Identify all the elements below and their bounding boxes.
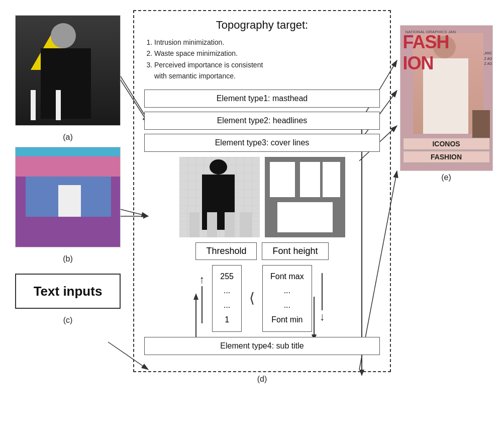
figure-leg-space4 bbox=[240, 212, 252, 237]
dashed-box: Topography target: Intrusion minimizatio… bbox=[133, 10, 391, 372]
text-inputs-box: Text inputs bbox=[15, 274, 121, 309]
font-values-box: Font max ... ... Font min bbox=[262, 265, 312, 332]
up-arrow-line bbox=[201, 286, 203, 323]
threshold-val-2: ... bbox=[220, 298, 234, 313]
figure-head bbox=[210, 159, 227, 175]
element-type2-label: Element type2: headlines bbox=[217, 116, 308, 125]
element-type1-box: Element type1: masthead bbox=[144, 90, 380, 108]
topo-item-1: Intrusion minimization. bbox=[154, 37, 380, 48]
font-val-max: Font max bbox=[270, 270, 304, 284]
element-type4-label: Element type4: sub title bbox=[220, 341, 304, 350]
element-type4-box: Element type4: sub title bbox=[144, 337, 380, 355]
fashion-image: NATIONAL GRAPHICS JAN FASHION SANDRA BLA… bbox=[400, 25, 493, 171]
threshold-val-255: 255 bbox=[220, 270, 234, 284]
topography-title: Topography target: bbox=[144, 19, 380, 32]
left-column: (a) (b) Text inputs (c) bbox=[8, 10, 128, 384]
threshold-label-box: Threshold bbox=[195, 242, 257, 260]
image-a-face bbox=[51, 23, 76, 48]
font-val-2: ... bbox=[270, 298, 304, 313]
threshold-figure bbox=[179, 157, 260, 237]
up-arrow-container: ↑ bbox=[199, 273, 205, 323]
font-val-1: ... bbox=[270, 284, 304, 298]
white-block-1 bbox=[270, 162, 295, 197]
image-b-pink-bar bbox=[16, 156, 120, 177]
threshold-values-box: 255 ... ... 1 bbox=[212, 265, 242, 332]
threshold-val-1: ... bbox=[220, 284, 234, 298]
font-height-label-box: Font height bbox=[262, 242, 328, 260]
threshold-figure-container bbox=[179, 157, 260, 237]
fashion-subtitle2: FASHION bbox=[403, 151, 490, 163]
element-type3-box: Element type3: cover lines bbox=[144, 134, 380, 152]
figure-leg-space3 bbox=[225, 212, 235, 237]
fashion-big-title: FASHION bbox=[403, 32, 449, 74]
center-column: Topography target: Intrusion minimizatio… bbox=[128, 10, 396, 384]
fashion-bottom-text: ICONOS FASHION bbox=[403, 138, 490, 163]
chair-leg-left bbox=[31, 90, 36, 120]
fashion-chair bbox=[472, 110, 490, 138]
image-b-center-white bbox=[58, 185, 81, 220]
figure-leg-space bbox=[189, 212, 199, 237]
down-arrow-line bbox=[322, 273, 323, 310]
label-e: (e) bbox=[441, 173, 451, 182]
font-height-figure bbox=[265, 157, 345, 237]
element-type2-box: Element type2: headlines bbox=[144, 112, 380, 130]
topo-item-2: Waste space minimization. bbox=[154, 48, 380, 59]
topo-item-3-text: Perceived importance is consistentwith s… bbox=[154, 61, 263, 80]
text-inputs-label: Text inputs bbox=[34, 284, 103, 299]
image-b bbox=[15, 147, 121, 247]
image-a-body bbox=[41, 48, 91, 119]
image-a bbox=[15, 15, 121, 126]
down-arrow-icon: ↓ bbox=[320, 310, 325, 323]
fashion-iconos: ICONOS bbox=[403, 138, 490, 150]
label-b: (b) bbox=[63, 254, 73, 264]
topography-list: Intrusion minimization. Waste space mini… bbox=[144, 37, 380, 82]
element-type1-label: Element type1: masthead bbox=[217, 94, 308, 103]
up-arrow-icon: ↑ bbox=[199, 273, 205, 286]
inner-images-row bbox=[144, 157, 380, 237]
values-row: ↑ 255 ... ... 1 ⟨ Font max ... ... bbox=[144, 265, 380, 332]
labels-row: Threshold Font height bbox=[144, 242, 380, 260]
bracket-arrow: ⟨ bbox=[249, 291, 255, 305]
topo-item-3: Perceived importance is consistentwith s… bbox=[154, 59, 380, 82]
white-block-2 bbox=[300, 162, 320, 197]
chair-leg-right bbox=[56, 90, 61, 120]
down-arrow-container: ↓ bbox=[320, 273, 325, 323]
right-column: NATIONAL GRAPHICS JAN FASHION SANDRA BLA… bbox=[396, 10, 496, 384]
font-height-label: Font height bbox=[272, 246, 318, 256]
label-a: (a) bbox=[63, 133, 73, 142]
image-b-purple-bot bbox=[16, 217, 120, 247]
figure-leg-space2 bbox=[207, 212, 217, 237]
threshold-val-3: 1 bbox=[220, 313, 234, 327]
element-type3-label: Element type3: cover lines bbox=[215, 138, 310, 147]
white-block-bot bbox=[277, 202, 333, 232]
label-c: (c) bbox=[63, 316, 73, 325]
main-diagram: (a) (b) Text inputs (c) Topography targe… bbox=[0, 0, 504, 394]
white-block-3 bbox=[323, 162, 340, 197]
label-d: (d) bbox=[133, 375, 391, 384]
font-val-min: Font min bbox=[270, 313, 304, 327]
threshold-label: Threshold bbox=[206, 246, 246, 256]
image-b-blue-top bbox=[16, 147, 120, 156]
font-height-figure-container bbox=[265, 157, 345, 237]
